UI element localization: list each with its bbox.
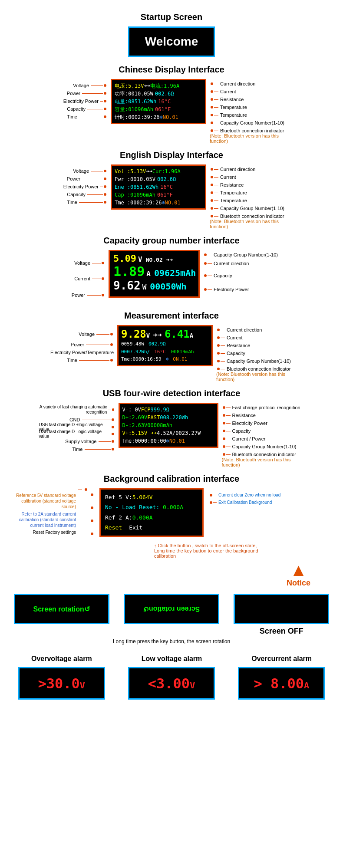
chinese-label-capacity: Capacity [67,105,107,113]
screen-rotation-flipped: Screen rotation↺ [124,594,219,624]
alarm-section: >30.0V <3.00V > 8.00A [7,667,336,700]
overvoltage-title: Overvoltage alarm [31,655,92,663]
overcurrent-title: Overcurrent alarm [251,655,312,663]
calib-bottom-note: ↑ Click the button , switch to the off-s… [154,543,267,559]
calib-note-ref2a: Refer to 2A standard current calibration… [7,511,76,528]
chinese-row5: 计时:0002:39:26 ❄ NO.01 [115,113,202,121]
welcome-box: Welcome [128,26,215,57]
measurement-title: Measurement interface [0,311,343,321]
calib-note-exit: Exit Calibration Background [218,500,272,505]
welcome-screen: Welcome [0,26,343,57]
chinese-row1: 电压:5.13V ➜➜ 电流:1.96A [115,82,202,90]
measurement-lcd: 9.28 V ➜➜ 6.41 A 0059.48W 002.9Ω 0007.92… [117,325,213,366]
startup-section: Startup Screen Welcome [0,12,343,57]
measurement-section: Measurement interface Voltage Power Elec… [0,311,343,381]
rotation-section: Screen rotation↺ Screen rotation↺ Screen… [7,594,336,644]
overvoltage-box: >30.0V [18,667,105,700]
chinese-label-epower: Electricity Power [63,97,107,105]
calib-note-ref5v: Reference 5V standard voltage calibratio… [7,493,76,510]
chinese-section: Chinese Display Interface Voltage Power … [0,65,343,142]
english-lcd: Vol :5.13V ➜➜ Cur:1.96A Pwr :0010.05V 00… [111,164,206,210]
lowvoltage-box: <3.00V [128,667,215,700]
welcome-text: Welcome [145,35,198,49]
calibration-section: Background calibration interface Referen… [0,474,343,588]
chinese-row4: 容量:01096mAh 061°F [115,105,202,113]
calibration-title: Background calibration interface [0,474,343,484]
screen-off-label: Screen OFF [260,627,303,636]
notice-arrow-icon: ▲ [287,561,310,579]
capacity-group-title: Capacity group number interface [0,236,343,246]
calibration-lcd: Ref 5 V:5.064V No - Load Reset: 0.000A R… [99,488,204,537]
chinese-label-voltage: Voltage [73,82,107,89]
chinese-label-time: Time [67,113,107,121]
english-section: English Display Interface Voltage Power … [0,150,343,228]
chinese-label-power: Power [67,89,107,97]
usb-section: USB four-wire detection interface A vari… [0,388,343,466]
overcurrent-box: > 8.00A [238,667,325,700]
chinese-left-labels: Voltage Power Electricity Power Capacity… [46,79,107,121]
chinese-right-labels: Current direction Current Resistance Tem… [210,79,297,142]
capacity-group-lcd: 5.09 V NO.02 ➜➜ 1.89 A 09625mAh 9.62 W 0… [109,250,200,298]
notice-label: Notice [287,579,310,588]
english-left-labels: Voltage Power Electricity Power Capacity… [46,164,107,206]
rotation-caption: Long time press the key button, the scre… [67,638,276,644]
alarm-titles-row: Overvoltage alarm Low voltage alarm Over… [7,652,336,663]
usb-lcd: V-: 0V FCP 999.9Ω D+:2.69V FAST 008.220W… [119,403,218,448]
english-title: English Display Interface [0,150,343,160]
notice-section: ▲ Notice [287,561,310,588]
capacity-group-section: Capacity group number interface Voltage … [0,236,343,303]
chinese-title: Chinese Display Interface [0,65,343,75]
calib-note-zero: Current clear Zero when no load [218,493,280,497]
startup-title: Startup Screen [0,12,343,22]
usb-title: USB four-wire detection interface [0,388,343,398]
english-right-labels: Current direction Current Resistance Tem… [210,164,297,228]
calib-note-reset: Reset Factory settings [7,530,76,535]
chinese-row3: 电量:0851.62Wh 16°C [115,98,202,105]
screen-off-box [234,594,329,624]
lowvoltage-title: Low voltage alarm [142,655,202,663]
screen-rotation-normal: Screen rotation↺ [14,594,109,624]
chinese-row2: 功率:0010.05W 002.6Ω [115,90,202,98]
chinese-lcd: 电压:5.13V ➜➜ 电流:1.96A 功率:0010.05W 002.6Ω … [111,79,206,124]
